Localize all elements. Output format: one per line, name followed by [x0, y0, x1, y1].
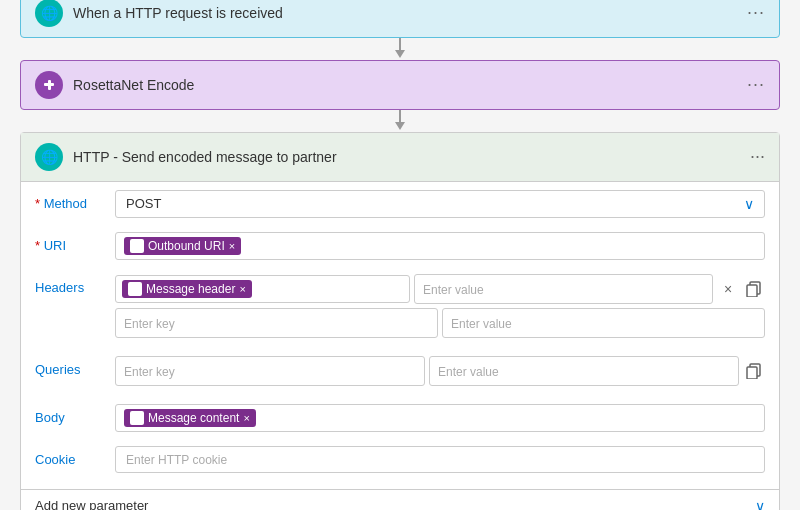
header-tag-close-icon[interactable]: × — [239, 283, 245, 295]
step2-block: RosettaNet Encode ··· — [20, 60, 780, 110]
body-tag-text: Message content — [148, 411, 239, 425]
add-param-chevron-icon: ∨ — [755, 498, 765, 511]
uri-tag[interactable]: Outbound URI × — [124, 237, 241, 255]
step3-header: 🌐 HTTP - Send encoded message to partner… — [21, 133, 779, 182]
header-key-tag-cell[interactable]: Message header × — [115, 275, 410, 303]
uri-tag-field[interactable]: Outbound URI × — [115, 232, 765, 260]
svg-marker-3 — [395, 122, 405, 130]
query-key-placeholder: Enter key — [124, 365, 175, 379]
step2-title: RosettaNet Encode — [73, 77, 747, 93]
query-key-input[interactable]: Enter key — [115, 356, 425, 386]
header-delete-icon[interactable]: × — [717, 278, 739, 300]
svg-rect-7 — [747, 367, 757, 379]
queries-label: Queries — [35, 356, 115, 377]
cookie-input[interactable]: Enter HTTP cookie — [115, 446, 765, 473]
headers-row: Headers Message header × — [21, 266, 779, 344]
body-tag-field[interactable]: Message content × — [115, 404, 765, 432]
header-purple-icon — [128, 281, 142, 297]
header-actions-1: × — [717, 278, 765, 300]
header-tag-text: Message header — [146, 282, 235, 296]
rosetta-icon — [41, 77, 57, 93]
arrow1 — [391, 38, 409, 60]
step2-icon — [35, 71, 63, 99]
headers-field: Message header × Enter value × — [115, 274, 765, 338]
query-copy-icon[interactable] — [743, 360, 765, 382]
step3-icon: 🌐 — [35, 143, 63, 171]
cookie-label: Cookie — [35, 446, 115, 467]
globe-icon: 🌐 — [41, 5, 58, 21]
queries-row: Queries Enter key Enter value — [21, 348, 779, 392]
header-val-placeholder-2: Enter value — [451, 317, 512, 331]
header-val-input-1[interactable]: Enter value — [414, 274, 713, 304]
header-row-2: Enter key Enter value — [115, 308, 765, 338]
method-label: Method — [35, 190, 115, 211]
svg-rect-5 — [747, 285, 757, 297]
body-tag-icon — [130, 411, 144, 425]
step1-block: 🌐 When a HTTP request is received ··· — [20, 0, 780, 38]
method-value: POST — [126, 196, 161, 211]
header-row-1: Message header × Enter value × — [115, 274, 765, 304]
chevron-down-icon: ∨ — [744, 196, 754, 212]
step2-ellipsis[interactable]: ··· — [747, 74, 765, 95]
step3-ellipsis[interactable]: ··· — [750, 146, 765, 167]
queries-inputs: Enter key Enter value — [115, 356, 765, 386]
cookie-row: Cookie Enter HTTP cookie — [21, 438, 779, 479]
body-purple-icon — [130, 410, 144, 426]
uri-row: URI Outbound URI × — [21, 224, 779, 266]
cookie-placeholder: Enter HTTP cookie — [126, 453, 227, 467]
body-field: Message content × — [115, 404, 765, 432]
step3-title: HTTP - Send encoded message to partner — [73, 149, 750, 165]
add-param-text: Add new parameter — [35, 498, 148, 510]
arrow2 — [391, 110, 409, 132]
header-val-placeholder-1: Enter value — [423, 283, 484, 297]
add-param-row[interactable]: Add new parameter ∨ — [21, 489, 779, 511]
tag-purple-icon — [130, 238, 144, 254]
queries-field: Enter key Enter value — [115, 356, 765, 386]
uri-field: Outbound URI × — [115, 232, 765, 260]
uri-label: URI — [35, 232, 115, 253]
header-key-input-2[interactable]: Enter key — [115, 308, 438, 338]
header-tag[interactable]: Message header × — [122, 280, 252, 298]
svg-marker-1 — [395, 50, 405, 58]
body-tag[interactable]: Message content × — [124, 409, 256, 427]
uri-tag-text: Outbound URI — [148, 239, 225, 253]
body-row: Body Message content × — [21, 396, 779, 438]
step3-block: 🌐 HTTP - Send encoded message to partner… — [20, 132, 780, 511]
globe2-icon: 🌐 — [41, 149, 58, 165]
header-tag-icon — [128, 282, 142, 296]
body-tag-close-icon[interactable]: × — [243, 412, 249, 424]
headers-label: Headers — [35, 274, 115, 295]
query-val-input[interactable]: Enter value — [429, 356, 739, 386]
headers-area: Message header × Enter value × — [115, 274, 765, 338]
method-row: Method POST ∨ — [21, 182, 779, 224]
body-label: Body — [35, 404, 115, 425]
query-val-placeholder: Enter value — [438, 365, 499, 379]
method-field: POST ∨ — [115, 190, 765, 218]
cookie-field: Enter HTTP cookie — [115, 446, 765, 473]
uri-tag-icon — [130, 239, 144, 253]
step1-ellipsis[interactable]: ··· — [747, 2, 765, 23]
uri-tag-close-icon[interactable]: × — [229, 240, 235, 252]
step1-title: When a HTTP request is received — [73, 5, 747, 21]
header-val-input-2[interactable]: Enter value — [442, 308, 765, 338]
step3-form: Method POST ∨ URI — [21, 182, 779, 485]
header-key-placeholder-2: Enter key — [124, 317, 175, 331]
workflow-canvas: 🌐 When a HTTP request is received ··· Ro… — [20, 0, 780, 510]
header-copy-icon[interactable] — [743, 278, 765, 300]
step1-icon: 🌐 — [35, 0, 63, 27]
method-select[interactable]: POST ∨ — [115, 190, 765, 218]
